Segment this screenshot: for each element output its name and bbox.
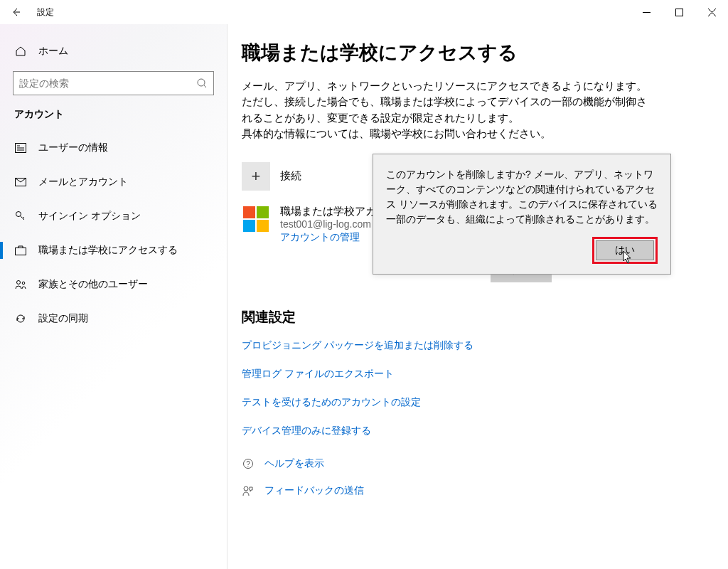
dialog-text: このアカウントを削除しますか? メール、アプリ、ネットワーク、すべてのコンテンツ… (386, 167, 658, 227)
back-button[interactable] (0, 0, 31, 24)
search-input[interactable] (19, 78, 196, 89)
search-box[interactable] (13, 71, 214, 95)
briefcase-icon (14, 245, 27, 255)
help-icon: ? (242, 458, 255, 469)
mail-icon (14, 178, 27, 186)
close-icon (708, 9, 716, 16)
search-icon (196, 78, 208, 89)
sidebar-item-label: 設定の同期 (38, 312, 88, 325)
people-icon (14, 280, 27, 289)
account-email: test001@lig-log.com (280, 218, 387, 230)
sidebar-item-label: 職場または学校にアクセスする (38, 244, 178, 257)
close-button[interactable] (695, 0, 728, 24)
feedback-icon (242, 485, 255, 496)
svg-point-12 (16, 212, 21, 217)
maximize-icon (675, 9, 683, 16)
account-name: 職場または学校アカウ (280, 205, 387, 218)
feedback-row[interactable]: フィードバックの送信 (242, 484, 711, 497)
titlebar: 設定 (0, 0, 728, 24)
highlight-box: はい (592, 237, 658, 264)
sidebar-item-label: メールとアカウント (38, 176, 128, 188)
manage-account-link[interactable]: アカウントの管理 (280, 231, 387, 244)
plus-icon: + (252, 167, 261, 186)
home-icon (14, 46, 27, 57)
link-provisioning[interactable]: プロビジョニング パッケージを追加または削除する (242, 339, 711, 352)
help-label: ヘルプを表示 (264, 457, 324, 470)
window-title: 設定 (37, 6, 54, 18)
sync-icon (14, 313, 27, 324)
svg-point-16 (17, 281, 21, 284)
window-controls (630, 0, 728, 24)
page-description: メール、アプリ、ネットワークといったリソースにアクセスできるようになります。ただ… (242, 78, 654, 142)
link-export-log[interactable]: 管理ログ ファイルのエクスポート (242, 368, 711, 381)
key-icon (14, 211, 27, 222)
home-nav[interactable]: ホーム (0, 37, 227, 65)
user-id-icon (14, 143, 27, 153)
feedback-label: フィードバックの送信 (264, 484, 364, 497)
svg-text:?: ? (246, 460, 250, 468)
svg-point-20 (244, 486, 248, 491)
confirm-dialog: このアカウントを削除しますか? メール、アプリ、ネットワーク、すべてのコンテンツ… (373, 154, 671, 275)
connect-label: 接続 (280, 169, 301, 183)
connect-tile[interactable]: + (242, 162, 270, 191)
sidebar-item-sync[interactable]: 設定の同期 (0, 302, 227, 336)
dialog-actions: はい (386, 237, 658, 264)
sidebar-item-user-info[interactable]: ユーザーの情報 (0, 131, 227, 165)
account-info: 職場または学校アカウ test001@lig-log.com アカウントの管理 (280, 205, 387, 244)
link-test-account[interactable]: テストを受けるためのアカウントの設定 (242, 396, 711, 409)
sidebar: ホーム アカウント ユーザーの情報 メールとアカウント サインイン オプション … (0, 24, 228, 569)
sidebar-item-signin-options[interactable]: サインイン オプション (0, 199, 227, 233)
sidebar-item-label: サインイン オプション (38, 210, 141, 223)
svg-point-5 (198, 79, 205, 86)
settings-window: 設定 ホーム アカウント ユーザーの情報 (0, 0, 728, 569)
svg-rect-2 (675, 9, 682, 16)
sidebar-item-label: 家族とその他のユーザー (38, 278, 148, 291)
arrow-left-icon (10, 6, 21, 18)
main-content: 職場または学校にアクセスする メール、アプリ、ネットワークといったリソースにアク… (242, 40, 711, 511)
svg-rect-15 (16, 248, 26, 255)
help-row[interactable]: ? ヘルプを表示 (242, 457, 711, 470)
svg-point-17 (22, 282, 25, 284)
minimize-icon (643, 9, 651, 16)
sidebar-item-work-school[interactable]: 職場または学校にアクセスする (0, 233, 227, 267)
sidebar-item-family-users[interactable]: 家族とその他のユーザー (0, 267, 227, 302)
minimize-button[interactable] (630, 0, 663, 24)
home-label: ホーム (38, 45, 68, 58)
svg-line-14 (23, 217, 24, 218)
svg-line-6 (204, 85, 206, 87)
microsoft-logo-icon (242, 205, 270, 233)
maximize-button[interactable] (663, 0, 695, 24)
sidebar-item-label: ユーザーの情報 (38, 142, 108, 154)
related-settings-title: 関連設定 (242, 308, 711, 326)
page-title: 職場または学校にアクセスする (242, 40, 711, 65)
link-device-mgmt[interactable]: デバイス管理のみに登録する (242, 425, 711, 437)
section-title: アカウント (0, 108, 227, 131)
yes-button[interactable]: はい (596, 240, 654, 260)
sidebar-item-email-accounts[interactable]: メールとアカウント (0, 165, 227, 199)
